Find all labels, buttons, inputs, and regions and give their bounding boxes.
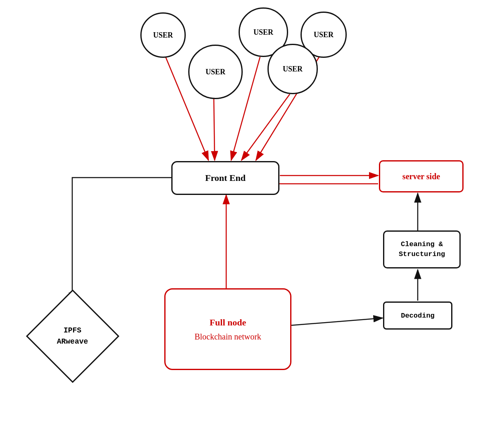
user-circle-1: USER (140, 12, 186, 58)
front-end-label: Front End (205, 173, 246, 183)
svg-line-8 (241, 94, 290, 160)
server-side-label: server side (402, 172, 440, 181)
ipfs-arweave-wrapper: IPFSARweave (36, 300, 109, 372)
user-circle-4: USER (188, 45, 243, 99)
svg-line-7 (214, 98, 215, 160)
decoding-label: Decoding (401, 312, 435, 320)
blockchain-box: Full node Blockchain network (164, 288, 291, 370)
user-label-2: USER (253, 28, 273, 37)
user-label-4: USER (206, 68, 225, 76)
user-label-3: USER (314, 31, 334, 39)
server-side-box: server side (379, 160, 464, 192)
user-label-5: USER (283, 65, 303, 74)
cleaning-label: Cleaning &Structuring (399, 240, 445, 259)
ipfs-label: IPFSARweave (57, 325, 88, 347)
svg-line-12 (290, 318, 383, 325)
blockchain-network-label: Blockchain network (194, 332, 261, 342)
diagram: USER USER USER USER USER Front End serve… (0, 0, 504, 432)
decoding-box: Decoding (383, 301, 452, 330)
user-label-1: USER (153, 31, 173, 40)
cleaning-structuring-box: Cleaning &Structuring (383, 230, 461, 268)
front-end-box: Front End (171, 161, 279, 195)
user-circle-5: USER (267, 44, 318, 94)
full-node-label: Full node (210, 317, 246, 328)
